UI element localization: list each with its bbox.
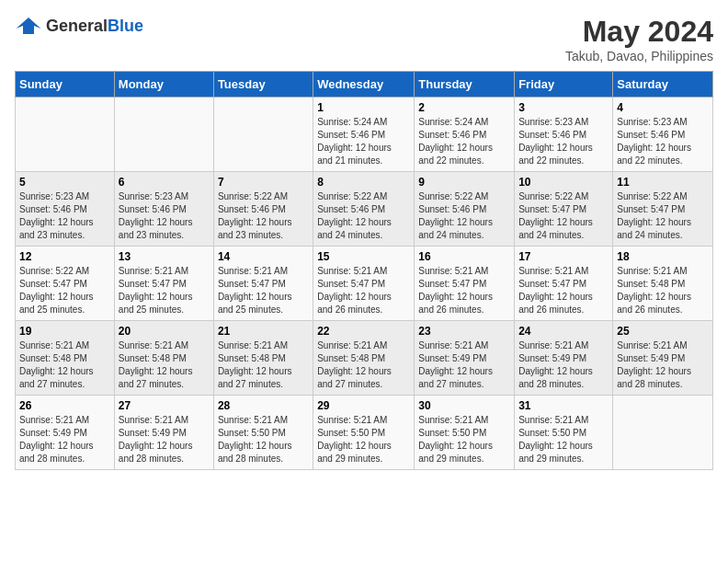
col-header-wednesday: Wednesday: [313, 72, 415, 98]
day-info: Sunrise: 5:21 AMSunset: 5:49 PMDaylight:…: [617, 339, 709, 391]
day-number: 3: [518, 101, 609, 114]
day-number: 17: [518, 250, 609, 263]
day-info: Sunrise: 5:21 AMSunset: 5:49 PMDaylight:…: [518, 339, 609, 391]
day-cell: [114, 98, 213, 172]
week-row-4: 19Sunrise: 5:21 AMSunset: 5:48 PMDayligh…: [16, 321, 713, 396]
col-header-thursday: Thursday: [415, 72, 515, 98]
day-info: Sunrise: 5:21 AMSunset: 5:47 PMDaylight:…: [218, 265, 309, 316]
day-info: Sunrise: 5:21 AMSunset: 5:50 PMDaylight:…: [418, 414, 510, 465]
day-number: 15: [317, 250, 410, 263]
day-info: Sunrise: 5:21 AMSunset: 5:50 PMDaylight:…: [518, 414, 609, 465]
day-info: Sunrise: 5:22 AMSunset: 5:46 PMDaylight:…: [317, 190, 410, 242]
logo: GeneralBlue: [15, 15, 143, 37]
title-area: May 2024 Takub, Davao, Philippines: [565, 15, 713, 63]
day-cell: 10Sunrise: 5:22 AMSunset: 5:47 PMDayligh…: [515, 172, 613, 247]
day-cell: 30Sunrise: 5:21 AMSunset: 5:50 PMDayligh…: [415, 396, 515, 470]
week-row-5: 26Sunrise: 5:21 AMSunset: 5:49 PMDayligh…: [16, 396, 713, 470]
day-number: 12: [19, 250, 110, 263]
day-cell: 22Sunrise: 5:21 AMSunset: 5:48 PMDayligh…: [313, 321, 415, 396]
day-number: 18: [617, 250, 709, 263]
day-cell: 5Sunrise: 5:23 AMSunset: 5:46 PMDaylight…: [16, 172, 115, 247]
day-cell: 31Sunrise: 5:21 AMSunset: 5:50 PMDayligh…: [515, 396, 613, 470]
day-cell: 19Sunrise: 5:21 AMSunset: 5:48 PMDayligh…: [16, 321, 115, 396]
day-info: Sunrise: 5:21 AMSunset: 5:47 PMDaylight:…: [119, 265, 210, 316]
subtitle: Takub, Davao, Philippines: [565, 49, 713, 63]
day-info: Sunrise: 5:21 AMSunset: 5:50 PMDaylight:…: [218, 414, 309, 465]
day-cell: [213, 98, 313, 172]
day-number: 31: [518, 399, 609, 412]
day-cell: 2Sunrise: 5:24 AMSunset: 5:46 PMDaylight…: [415, 98, 515, 172]
day-cell: 18Sunrise: 5:21 AMSunset: 5:48 PMDayligh…: [613, 247, 713, 321]
day-info: Sunrise: 5:21 AMSunset: 5:47 PMDaylight:…: [418, 265, 510, 316]
day-number: 5: [19, 176, 110, 189]
day-cell: 4Sunrise: 5:23 AMSunset: 5:46 PMDaylight…: [613, 98, 713, 172]
day-info: Sunrise: 5:23 AMSunset: 5:46 PMDaylight:…: [19, 190, 110, 242]
col-header-tuesday: Tuesday: [213, 72, 313, 98]
svg-marker-1: [17, 17, 41, 34]
day-cell: 15Sunrise: 5:21 AMSunset: 5:47 PMDayligh…: [313, 247, 415, 321]
day-number: 20: [119, 325, 210, 338]
day-info: Sunrise: 5:21 AMSunset: 5:49 PMDaylight:…: [418, 339, 510, 391]
day-number: 6: [119, 176, 210, 189]
day-info: Sunrise: 5:22 AMSunset: 5:47 PMDaylight:…: [617, 190, 709, 242]
col-header-monday: Monday: [114, 72, 213, 98]
day-cell: 26Sunrise: 5:21 AMSunset: 5:49 PMDayligh…: [16, 396, 115, 470]
day-cell: 27Sunrise: 5:21 AMSunset: 5:49 PMDayligh…: [114, 396, 213, 470]
day-info: Sunrise: 5:21 AMSunset: 5:48 PMDaylight:…: [119, 339, 210, 391]
day-cell: 7Sunrise: 5:22 AMSunset: 5:46 PMDaylight…: [213, 172, 313, 247]
day-info: Sunrise: 5:21 AMSunset: 5:49 PMDaylight:…: [19, 414, 110, 465]
day-cell: 21Sunrise: 5:21 AMSunset: 5:48 PMDayligh…: [213, 321, 313, 396]
day-cell: [613, 396, 713, 470]
day-cell: 24Sunrise: 5:21 AMSunset: 5:49 PMDayligh…: [515, 321, 613, 396]
day-number: 14: [218, 250, 309, 263]
main-title: May 2024: [565, 15, 713, 49]
day-cell: 23Sunrise: 5:21 AMSunset: 5:49 PMDayligh…: [415, 321, 515, 396]
day-info: Sunrise: 5:21 AMSunset: 5:47 PMDaylight:…: [317, 265, 410, 316]
col-header-friday: Friday: [515, 72, 613, 98]
day-info: Sunrise: 5:21 AMSunset: 5:49 PMDaylight:…: [119, 414, 210, 465]
day-number: 9: [418, 176, 510, 189]
day-number: 8: [317, 176, 410, 189]
day-cell: 9Sunrise: 5:22 AMSunset: 5:46 PMDaylight…: [415, 172, 515, 247]
day-number: 24: [518, 325, 609, 338]
day-info: Sunrise: 5:24 AMSunset: 5:46 PMDaylight:…: [418, 116, 510, 167]
day-number: 25: [617, 325, 709, 338]
day-cell: 8Sunrise: 5:22 AMSunset: 5:46 PMDaylight…: [313, 172, 415, 247]
day-number: 2: [418, 101, 510, 114]
logo-text: GeneralBlue: [46, 17, 143, 36]
day-cell: 28Sunrise: 5:21 AMSunset: 5:50 PMDayligh…: [213, 396, 313, 470]
week-row-3: 12Sunrise: 5:22 AMSunset: 5:47 PMDayligh…: [16, 247, 713, 321]
logo-icon: [15, 15, 42, 37]
day-cell: 13Sunrise: 5:21 AMSunset: 5:47 PMDayligh…: [114, 247, 213, 321]
day-info: Sunrise: 5:21 AMSunset: 5:48 PMDaylight:…: [218, 339, 309, 391]
day-info: Sunrise: 5:21 AMSunset: 5:48 PMDaylight:…: [317, 339, 410, 391]
day-number: 26: [19, 399, 110, 412]
day-cell: [16, 98, 115, 172]
day-number: 29: [317, 399, 410, 412]
day-info: Sunrise: 5:23 AMSunset: 5:46 PMDaylight:…: [119, 190, 210, 242]
day-number: 1: [317, 101, 410, 114]
day-number: 4: [617, 101, 709, 114]
day-info: Sunrise: 5:22 AMSunset: 5:46 PMDaylight:…: [218, 190, 309, 242]
week-row-2: 5Sunrise: 5:23 AMSunset: 5:46 PMDaylight…: [16, 172, 713, 247]
day-number: 22: [317, 325, 410, 338]
day-cell: 3Sunrise: 5:23 AMSunset: 5:46 PMDaylight…: [515, 98, 613, 172]
day-info: Sunrise: 5:21 AMSunset: 5:48 PMDaylight:…: [617, 265, 709, 316]
day-cell: 16Sunrise: 5:21 AMSunset: 5:47 PMDayligh…: [415, 247, 515, 321]
day-cell: 12Sunrise: 5:22 AMSunset: 5:47 PMDayligh…: [16, 247, 115, 321]
day-info: Sunrise: 5:21 AMSunset: 5:47 PMDaylight:…: [518, 265, 609, 316]
day-cell: 1Sunrise: 5:24 AMSunset: 5:46 PMDaylight…: [313, 98, 415, 172]
day-number: 10: [518, 176, 609, 189]
day-cell: 25Sunrise: 5:21 AMSunset: 5:49 PMDayligh…: [613, 321, 713, 396]
logo-blue: Blue: [108, 17, 143, 35]
col-header-sunday: Sunday: [16, 72, 115, 98]
day-number: 30: [418, 399, 510, 412]
day-number: 7: [218, 176, 309, 189]
calendar-table: SundayMondayTuesdayWednesdayThursdayFrid…: [15, 71, 713, 470]
day-cell: 11Sunrise: 5:22 AMSunset: 5:47 PMDayligh…: [613, 172, 713, 247]
col-header-saturday: Saturday: [613, 72, 713, 98]
day-number: 11: [617, 176, 709, 189]
day-number: 21: [218, 325, 309, 338]
day-number: 27: [119, 399, 210, 412]
header: GeneralBlue May 2024 Takub, Davao, Phili…: [15, 15, 713, 63]
